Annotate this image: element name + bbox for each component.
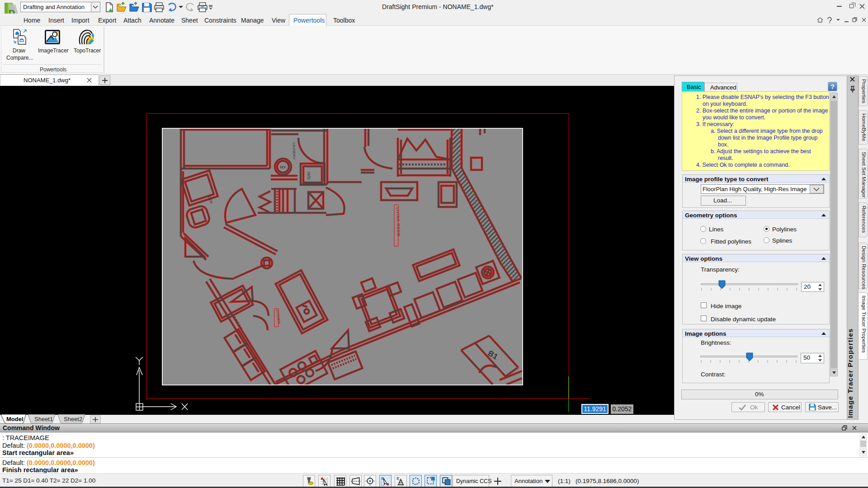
svg-text:E: E — [396, 476, 399, 481]
svg-text:Sheet1: Sheet1 — [34, 416, 53, 422]
svg-text:Sheet2: Sheet2 — [64, 416, 82, 422]
svg-text:Model: Model — [6, 416, 24, 422]
